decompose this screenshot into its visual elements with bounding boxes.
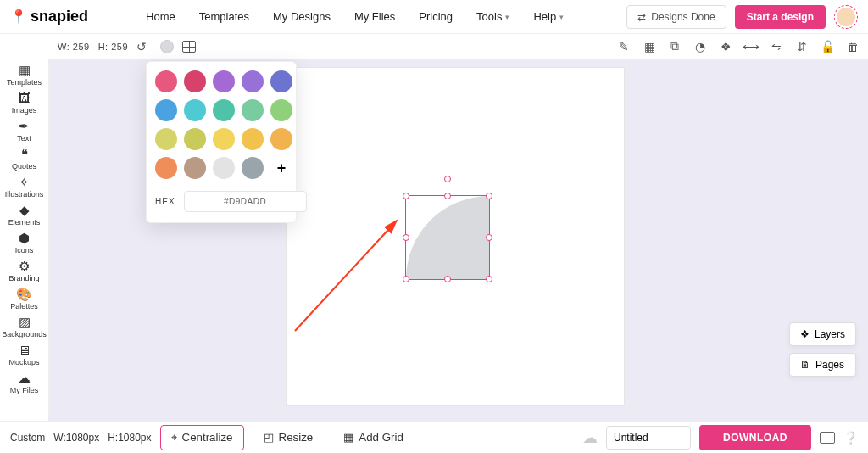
color-swatch[interactable] <box>242 99 264 121</box>
sidebar-item-templates[interactable]: ▦Templates <box>0 61 48 89</box>
color-swatch[interactable] <box>155 157 177 179</box>
layers-button[interactable]: ❖Layers <box>789 322 856 346</box>
sidebar-item-icons[interactable]: ⬢Icons <box>0 229 48 257</box>
color-swatch[interactable] <box>213 157 235 179</box>
resize-handle-mr[interactable] <box>486 234 492 241</box>
pages-button[interactable]: 🗎Pages <box>789 353 856 377</box>
color-swatch[interactable] <box>242 70 264 92</box>
resize-handle-tl[interactable] <box>403 193 409 199</box>
sidebar-item-elements[interactable]: ◆Elements <box>0 201 48 229</box>
flip-v-icon[interactable]: ⇵ <box>795 40 809 53</box>
sidebar-item-palettes[interactable]: 🎨Palettes <box>0 285 48 313</box>
layers-icon[interactable]: ❖ <box>719 40 732 53</box>
start-design-button[interactable]: Start a design <box>735 5 826 29</box>
rotate-handle[interactable] <box>444 176 451 182</box>
avatar[interactable] <box>834 5 858 29</box>
color-swatch[interactable] <box>184 128 206 150</box>
sidebar-item-label: Text <box>17 134 31 143</box>
add-grid-label: Add Grid <box>359 431 403 444</box>
keyboard-shortcuts-icon[interactable] <box>820 432 835 444</box>
nav-pricing[interactable]: Pricing <box>419 10 453 23</box>
centralize-button[interactable]: ⌖Centralize <box>160 425 244 450</box>
icons-icon: ⬢ <box>19 232 30 244</box>
resize-label: Resize <box>279 431 314 444</box>
centralize-label: Centralize <box>182 431 233 444</box>
sidebar-item-backgrounds[interactable]: ▨Backgrounds <box>0 313 48 341</box>
color-swatch[interactable] <box>213 99 235 121</box>
secondary-toolbar: W: 259 H: 259 ↺ ✎ ▦ ⧉ ◔ ❖ ⟷ ⇋ ⇵ 🔓 🗑 <box>0 34 868 59</box>
designs-done-label: Designs Done <box>651 11 715 23</box>
lock-icon[interactable]: 🔓 <box>821 40 834 53</box>
branding-icon: ⚙ <box>19 260 30 272</box>
color-swatch[interactable] <box>213 70 235 92</box>
color-swatch[interactable] <box>270 99 292 121</box>
edit-icon[interactable]: ✎ <box>617 40 631 53</box>
selected-shape[interactable] <box>405 195 490 280</box>
color-swatch[interactable] <box>155 70 177 92</box>
color-swatch[interactable] <box>184 157 206 179</box>
nav-tools[interactable]: Tools▾ <box>476 10 509 23</box>
nav-help-label: Help <box>533 10 556 23</box>
add-grid-button[interactable]: ▦Add Grid <box>332 425 415 450</box>
nav-help[interactable]: Help▾ <box>533 10 564 23</box>
color-swatch[interactable] <box>155 128 177 150</box>
nav-home[interactable]: Home <box>146 10 175 23</box>
nav-my-designs[interactable]: My Designs <box>273 10 331 23</box>
cloud-icon: ☁ <box>18 372 31 384</box>
design-title-input[interactable] <box>606 426 691 450</box>
current-fill-swatch[interactable] <box>160 40 174 53</box>
resize-handle-tr[interactable] <box>486 193 492 199</box>
mockups-icon: 🖥 <box>18 344 31 356</box>
sidebar-item-text[interactable]: ✒Text <box>0 117 48 145</box>
color-swatch[interactable] <box>155 99 177 121</box>
color-swatch[interactable] <box>242 128 264 150</box>
nav-templates[interactable]: Templates <box>199 10 249 23</box>
flip-h-icon[interactable]: ⇋ <box>770 40 783 53</box>
swap-icon: ⇄ <box>637 11 646 23</box>
color-swatch[interactable] <box>184 99 206 121</box>
sidebar-item-illustrations[interactable]: ✧Illustrations <box>0 173 48 201</box>
help-icon[interactable]: ❔ <box>843 431 858 445</box>
designs-done-button[interactable]: ⇄ Designs Done <box>626 5 726 29</box>
sidebar-item-label: Templates <box>7 78 42 87</box>
color-swatch[interactable] <box>184 70 206 92</box>
nav-my-files[interactable]: My Files <box>354 10 395 23</box>
sidebar-item-quotes[interactable]: ❝Quotes <box>0 145 48 173</box>
delete-icon[interactable]: 🗑 <box>846 40 860 53</box>
color-swatch[interactable] <box>242 157 264 179</box>
canvas-area[interactable]: + HEX ❖Layers 🗎Pages <box>49 59 868 421</box>
canvas-height: H:1080px <box>108 432 151 444</box>
templates-icon: ▦ <box>19 64 31 76</box>
sidebar-item-mockups[interactable]: 🖥Mockups <box>0 341 48 369</box>
resize-handle-bm[interactable] <box>444 276 451 282</box>
resize-handle-ml[interactable] <box>403 234 409 241</box>
opacity-icon[interactable]: ◔ <box>693 40 707 53</box>
duplicate-icon[interactable]: ⧉ <box>668 40 682 53</box>
color-swatch[interactable] <box>213 128 235 150</box>
undo-icon[interactable]: ↺ <box>136 40 147 53</box>
resize-button[interactable]: ◰Resize <box>253 425 325 450</box>
sidebar-item-my-files[interactable]: ☁My Files <box>0 369 48 397</box>
right-floating-panels: ❖Layers 🗎Pages <box>789 322 856 377</box>
sidebar-item-images[interactable]: 🖼Images <box>0 89 48 117</box>
resize-handle-bl[interactable] <box>403 276 409 282</box>
align-icon[interactable]: ⟷ <box>744 40 758 53</box>
hex-label: HEX <box>155 197 175 206</box>
resize-handle-tm[interactable] <box>444 193 451 199</box>
transparency-icon[interactable] <box>182 41 196 53</box>
logo[interactable]: 📍 snapied <box>10 8 88 25</box>
chevron-down-icon: ▾ <box>559 13 564 21</box>
add-color-button[interactable]: + <box>270 157 292 179</box>
crop-icon[interactable]: ▦ <box>643 40 656 53</box>
backgrounds-icon: ▨ <box>19 316 31 328</box>
artboard[interactable] <box>287 68 624 405</box>
elements-icon: ◆ <box>19 204 30 216</box>
color-swatch[interactable] <box>270 70 292 92</box>
sidebar-item-label: Images <box>12 106 37 115</box>
color-swatch[interactable] <box>270 128 292 150</box>
top-nav: 📍 snapied Home Templates My Designs My F… <box>0 0 868 34</box>
resize-handle-br[interactable] <box>486 276 492 282</box>
hex-input[interactable] <box>184 191 307 212</box>
sidebar-item-branding[interactable]: ⚙Branding <box>0 257 48 285</box>
download-button[interactable]: DOWNLOAD <box>699 425 811 450</box>
